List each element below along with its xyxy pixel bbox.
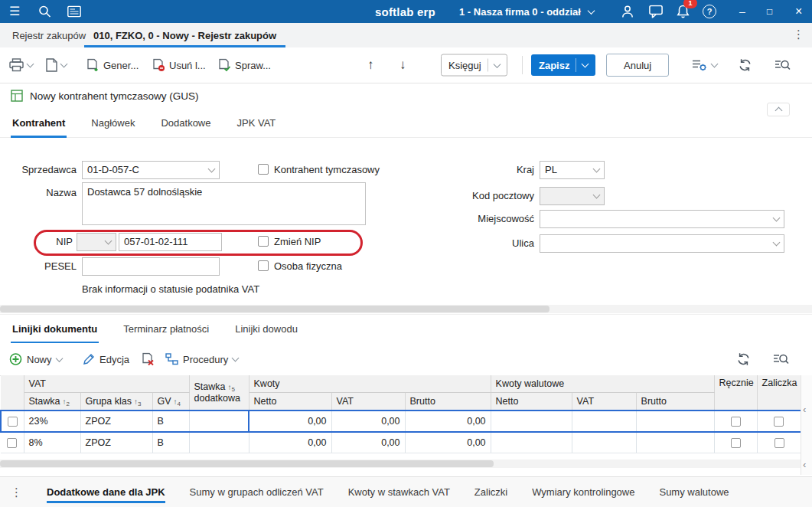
scrollbar-thumb[interactable]: [0, 306, 549, 312]
cell-stawka-dodatkowa[interactable]: [189, 432, 249, 453]
new-line-button[interactable]: Nowy: [9, 353, 62, 366]
tab-strip-menu-icon[interactable]: ⋮: [793, 28, 804, 41]
detail-filter-search-button[interactable]: [773, 352, 789, 366]
chat-icon[interactable]: [649, 5, 663, 18]
ksieguj-button[interactable]: Księguj: [441, 54, 507, 77]
generate-button-label: Gener...: [103, 60, 139, 71]
cell-brutto[interactable]: 0,00: [405, 411, 491, 432]
select-all-header-cell[interactable]: [1, 375, 24, 411]
save-button[interactable]: Zapisz: [531, 54, 595, 76]
tab-linijki-dowodu[interactable]: Linijki dowodu: [235, 315, 298, 344]
row-checkbox[interactable]: [8, 417, 18, 427]
col-header-netto[interactable]: Netto: [249, 393, 331, 411]
recznie-checkbox[interactable]: [731, 417, 741, 427]
window-close-button[interactable]: ×: [795, 5, 802, 18]
col-header-stawka-dodatkowa[interactable]: Stawka↑5 dodatkowa: [189, 375, 249, 411]
tab-dodatkowe[interactable]: Dodatkowe: [161, 109, 210, 138]
chevron-left-icon[interactable]: ‹: [803, 460, 806, 469]
edit-line-button[interactable]: Edycja: [83, 353, 129, 365]
tab-sumy-walutowe[interactable]: Sumy walutowe: [659, 477, 729, 507]
news-icon[interactable]: [67, 6, 81, 18]
cell-brutto[interactable]: 0,00: [405, 432, 491, 453]
cancel-button[interactable]: Anuluj: [606, 54, 669, 77]
recznie-checkbox[interactable]: [731, 438, 741, 448]
col-header-brutto-walutowe[interactable]: Brutto: [636, 393, 714, 411]
kontrahent-tymczasowy-checkbox[interactable]: [258, 164, 269, 175]
tab-kwoty-w-stawkach[interactable]: Kwoty w stawkach VAT: [348, 477, 450, 507]
cell-gv[interactable]: B: [152, 432, 189, 453]
col-header-vat-walutowe[interactable]: VAT: [572, 393, 636, 411]
zmien-nip-checkbox[interactable]: [258, 236, 269, 247]
generate-button[interactable]: Gener...: [87, 59, 139, 72]
cell-netto[interactable]: 0,00: [249, 432, 331, 453]
chevron-left-icon[interactable]: ‹: [803, 404, 806, 414]
row-checkbox[interactable]: [7, 438, 17, 448]
check-button-label: Spraw...: [235, 60, 271, 71]
check-button[interactable]: Spraw...: [219, 59, 271, 72]
company-selector[interactable]: 1 - Nasza firma 0 - oddział: [459, 6, 594, 18]
col-header-brutto[interactable]: Brutto: [405, 393, 491, 411]
cell-gv[interactable]: B: [152, 411, 189, 432]
cell-vat[interactable]: 0,00: [331, 432, 405, 453]
search-icon[interactable]: [38, 5, 51, 18]
nip-prefix-combobox[interactable]: [77, 233, 116, 251]
tab-kontrahent[interactable]: Kontrahent: [12, 109, 65, 138]
tab-dodatkowe-dane-jpk[interactable]: Dodatkowe dane dla JPK: [47, 477, 165, 507]
nazwa-textarea[interactable]: Dostawca 57 dolnośląskie: [82, 182, 366, 225]
delete-line-button[interactable]: [142, 353, 155, 366]
col-header-recznie[interactable]: Ręcznie: [714, 375, 757, 411]
tab-naglowek[interactable]: Nagłówek: [91, 109, 135, 138]
procedures-button[interactable]: Procedury: [165, 353, 238, 365]
window-minimize-button[interactable]: –: [739, 6, 745, 17]
tab-sumy-w-grupach[interactable]: Sumy w grupach odliczeń VAT: [190, 477, 324, 507]
filter-search-button[interactable]: [774, 58, 791, 72]
tab-wymiary-kontrolingowe[interactable]: Wymiary kontrolingowe: [532, 477, 634, 507]
cell-grupa[interactable]: ZPOZ: [80, 432, 152, 453]
cell-stawka-dodatkowa[interactable]: [189, 411, 249, 432]
cell-stawka[interactable]: 23%: [24, 411, 80, 432]
view-settings-button[interactable]: [692, 58, 717, 72]
hamburger-menu-icon[interactable]: ☰: [9, 5, 20, 18]
col-header-zaliczka[interactable]: Zaliczka: [757, 375, 801, 411]
sprzedawca-combobox[interactable]: 01-D-057-C: [82, 161, 220, 179]
miejscowosc-combobox[interactable]: [540, 210, 784, 228]
col-header-gv[interactable]: GV↑4: [152, 393, 189, 411]
user-icon[interactable]: [621, 5, 634, 18]
tab-active-document[interactable]: 010, FZKO, 0 - Nowy - Rejestr zakupów: [84, 23, 285, 47]
cell-netto[interactable]: 0,00: [249, 411, 331, 432]
nip-input[interactable]: 057-01-02-111: [119, 233, 222, 251]
delete-lines-button[interactable]: Usuń l...: [153, 59, 206, 72]
scrollbar-thumb[interactable]: [0, 460, 494, 467]
zaliczka-checkbox[interactable]: [774, 417, 784, 427]
cell-grupa[interactable]: ZPOZ: [80, 411, 152, 432]
kod-pocztowy-combobox[interactable]: [540, 187, 605, 205]
tab-jpk-vat[interactable]: JPK VAT: [236, 109, 276, 138]
col-header-vat[interactable]: VAT: [331, 393, 405, 411]
bottom-bar-menu-icon[interactable]: ⋮: [11, 486, 22, 499]
ulica-combobox[interactable]: [540, 234, 784, 253]
tab-rejestr-zakupow[interactable]: Rejestr zakupów: [12, 23, 86, 47]
pesel-input[interactable]: [82, 257, 220, 276]
kraj-combobox[interactable]: PL: [540, 161, 605, 179]
export-document-button[interactable]: [46, 58, 67, 72]
print-button[interactable]: [9, 58, 33, 72]
move-down-button[interactable]: ↓: [399, 57, 406, 73]
table-row[interactable]: 8% ZPOZ B 0,00 0,00 0,00: [1, 432, 801, 453]
col-header-stawka[interactable]: Stawka↑2: [24, 393, 80, 411]
tab-zaliczki[interactable]: Zaliczki: [474, 477, 507, 507]
cell-vat[interactable]: 0,00: [331, 411, 405, 432]
osoba-fizyczna-checkbox[interactable]: [258, 260, 269, 271]
tab-terminarz-platnosci[interactable]: Terminarz płatności: [123, 315, 209, 344]
table-row[interactable]: 23% ZPOZ B 0,00 0,00 0,00: [1, 411, 801, 432]
notifications-bell-icon[interactable]: 1: [677, 5, 690, 18]
cell-stawka[interactable]: 8%: [24, 432, 80, 453]
move-up-button[interactable]: ↑: [367, 57, 374, 73]
window-maximize-button[interactable]: □: [767, 7, 772, 16]
zaliczka-checkbox[interactable]: [774, 438, 784, 448]
col-header-grupa-klas[interactable]: Grupa klas↑3: [80, 393, 152, 411]
tab-linijki-dokumentu[interactable]: Linijki dokumentu: [12, 315, 97, 344]
help-icon[interactable]: ?: [703, 5, 716, 18]
col-header-netto-walutowe[interactable]: Netto: [491, 393, 572, 411]
refresh-button[interactable]: [738, 59, 752, 72]
detail-refresh-button[interactable]: [736, 353, 751, 366]
